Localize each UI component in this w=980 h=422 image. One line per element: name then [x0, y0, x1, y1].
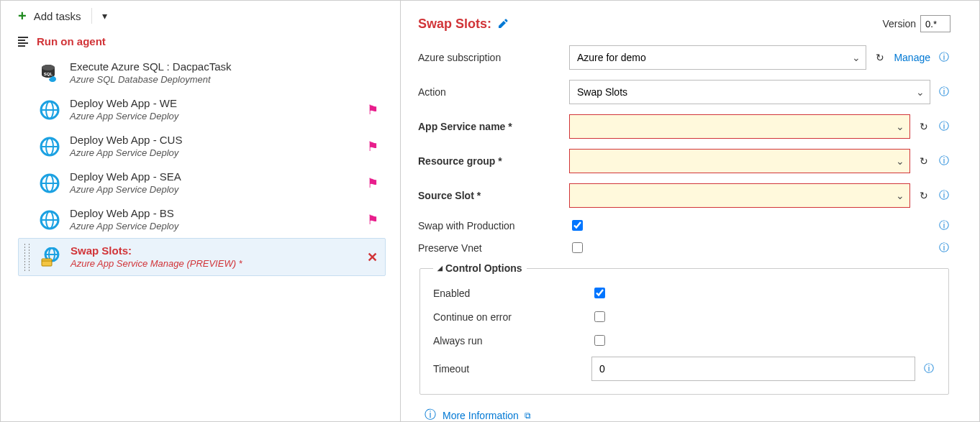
task-row[interactable]: Deploy Web App - WE Azure App Service De…	[18, 91, 386, 128]
label-enabled: Enabled	[433, 288, 591, 299]
source-slot-select[interactable]	[569, 183, 910, 208]
task-text: Deploy Web App - BS Azure App Service De…	[70, 207, 357, 232]
task-text: Deploy Web App - SEA Azure App Service D…	[70, 170, 357, 196]
info-icon: ⓘ	[424, 408, 437, 422]
flag-icon: ⚑	[367, 139, 378, 155]
details-title-text: Swap Slots:	[418, 17, 491, 32]
row-enabled: Enabled	[433, 285, 935, 301]
task-title: Deploy Web App - SEA	[70, 170, 357, 184]
row-action: Action ⌄ ⓘ	[418, 80, 950, 104]
task-title: Deploy Web App - CUS	[70, 134, 357, 147]
task-list: SQL Execute Azure SQL : DacpacTask Azure…	[1, 55, 400, 276]
task-row[interactable]: Deploy Web App - CUS Azure App Service D…	[18, 128, 386, 165]
add-tasks-button[interactable]: + Add tasks	[18, 9, 81, 23]
label-preserve-vnet: Preserve Vnet	[418, 242, 569, 254]
task-row-selected[interactable]: Swap Slots: Azure App Service Manage (PR…	[18, 238, 386, 276]
refresh-button[interactable]: ↻	[917, 190, 930, 201]
svg-text:SQL: SQL	[44, 72, 53, 76]
control-options-group: ◢Control Options Enabled Continue on err…	[419, 262, 949, 395]
task-subtitle: Azure App Service Manage (PREVIEW) *	[71, 258, 357, 270]
refresh-button[interactable]: ↻	[917, 121, 930, 132]
flag-icon: ⚑	[367, 102, 378, 118]
subscription-select[interactable]	[569, 45, 866, 70]
divider	[91, 8, 92, 24]
details-title: Swap Slots:	[418, 17, 509, 32]
app-service-manage-icon	[40, 247, 60, 267]
add-tasks-label: Add tasks	[34, 10, 81, 22]
label-resource-group: Resource group *	[418, 155, 569, 167]
row-always-run: Always run	[433, 333, 935, 348]
row-swap-production: Swap with Production ⓘ	[418, 218, 950, 233]
more-information-link[interactable]: ⓘ More Information ⧉	[418, 408, 950, 422]
label-swap-production: Swap with Production	[418, 220, 569, 231]
swap-production-checkbox[interactable]	[572, 220, 583, 231]
control-options-legend[interactable]: ◢Control Options	[433, 262, 527, 274]
task-text: Execute Azure SQL : DacpacTask Azure SQL…	[70, 60, 378, 86]
task-title: Deploy Web App - BS	[70, 207, 357, 221]
label-app-service: App Service name *	[418, 121, 569, 132]
action-select[interactable]	[569, 80, 930, 104]
version-label: Version	[882, 18, 916, 29]
task-text: Deploy Web App - CUS Azure App Service D…	[70, 134, 357, 159]
row-app-service: App Service name * ⌄ ↻ ⓘ	[418, 114, 950, 139]
info-icon[interactable]: ⓘ	[938, 86, 950, 98]
globe-icon	[40, 100, 60, 120]
manage-link[interactable]: Manage	[894, 52, 930, 63]
always-run-checkbox[interactable]	[594, 335, 605, 346]
task-subtitle: Azure App Service Deploy	[70, 184, 357, 196]
task-subtitle: Azure App Service Deploy	[70, 221, 357, 232]
run-on-agent-row[interactable]: Run on agent	[1, 32, 400, 55]
globe-icon	[40, 137, 60, 157]
remove-task-button[interactable]: ✕	[367, 249, 378, 265]
task-subtitle: Azure App Service Deploy	[70, 147, 357, 159]
svg-point-1	[42, 65, 55, 70]
continue-checkbox[interactable]	[594, 311, 605, 322]
info-icon[interactable]: ⓘ	[938, 189, 950, 202]
flag-icon: ⚑	[367, 212, 378, 228]
globe-icon	[40, 210, 60, 230]
label-continue: Continue on error	[433, 311, 591, 323]
task-title: Execute Azure SQL : DacpacTask	[70, 60, 378, 74]
drag-handle-icon[interactable]	[22, 243, 32, 271]
task-text: Swap Slots: Azure App Service Manage (PR…	[71, 244, 357, 270]
info-icon[interactable]: ⓘ	[938, 219, 950, 232]
task-subtitle: Azure App Service Deploy	[70, 111, 357, 122]
task-title: Deploy Web App - WE	[70, 97, 357, 111]
resource-group-select[interactable]	[569, 149, 910, 173]
row-source-slot: Source Slot * ⌄ ↻ ⓘ	[418, 183, 950, 208]
row-timeout: Timeout ⓘ	[433, 357, 935, 381]
preserve-vnet-checkbox[interactable]	[572, 242, 583, 253]
enabled-checkbox[interactable]	[594, 288, 605, 298]
label-subscription: Azure subscription	[418, 52, 569, 63]
version-select[interactable]: 0.*	[920, 15, 950, 32]
external-link-icon: ⧉	[525, 410, 531, 421]
sql-database-icon: SQL	[40, 63, 60, 83]
details-panel: Swap Slots: Version 0.* ▼ Azure subscrip…	[401, 1, 979, 421]
info-icon[interactable]: ⓘ	[938, 155, 950, 168]
collapse-icon: ◢	[437, 265, 443, 272]
refresh-button[interactable]: ↻	[917, 155, 930, 167]
task-row[interactable]: Deploy Web App - BS Azure App Service De…	[18, 201, 386, 238]
row-subscription: Azure subscription ⌄ ↻ Manage ⓘ	[418, 45, 950, 70]
info-icon[interactable]: ⓘ	[922, 362, 935, 375]
info-icon[interactable]: ⓘ	[938, 51, 950, 64]
timeout-input[interactable]	[591, 357, 915, 381]
edit-title-button[interactable]	[497, 18, 509, 29]
refresh-button[interactable]: ↻	[874, 52, 886, 63]
more-info-text: More Information	[443, 410, 519, 421]
version-selector: Version 0.* ▼	[882, 15, 950, 32]
row-resource-group: Resource group * ⌄ ↻ ⓘ	[418, 149, 950, 173]
add-tasks-dropdown[interactable]: ▾	[102, 10, 107, 22]
task-row[interactable]: Deploy Web App - SEA Azure App Service D…	[18, 165, 386, 201]
app-service-select[interactable]	[569, 114, 910, 139]
tasks-panel: + Add tasks ▾ Run on agent SQL Execute	[1, 1, 401, 421]
row-preserve-vnet: Preserve Vnet ⓘ	[418, 240, 950, 255]
svg-rect-18	[42, 259, 52, 266]
info-icon[interactable]: ⓘ	[938, 242, 950, 254]
label-always: Always run	[433, 335, 591, 347]
flag-icon: ⚑	[367, 175, 378, 191]
task-subtitle: Azure SQL Database Deployment	[70, 74, 378, 86]
globe-icon	[40, 173, 60, 193]
info-icon[interactable]: ⓘ	[938, 120, 950, 133]
task-row[interactable]: SQL Execute Azure SQL : DacpacTask Azure…	[18, 55, 386, 91]
